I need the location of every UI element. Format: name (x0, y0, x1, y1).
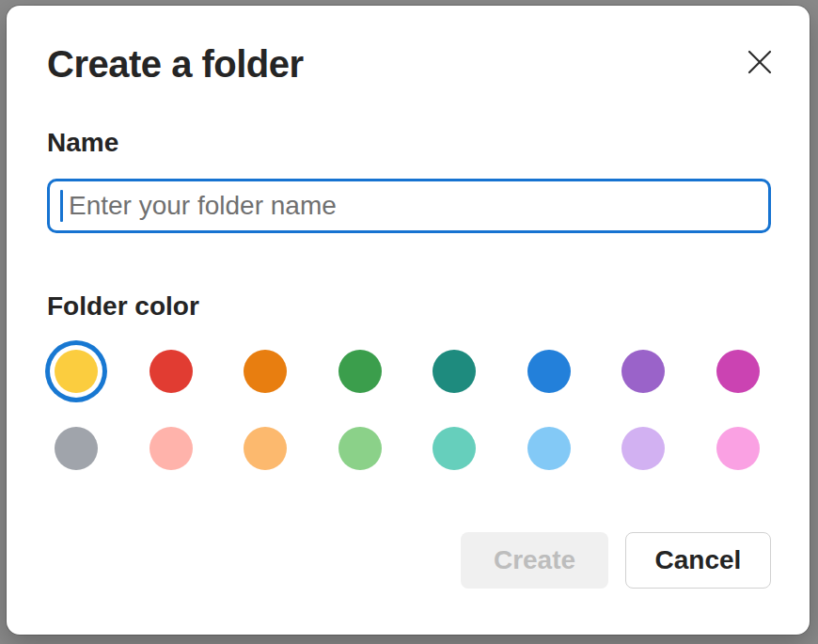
color-swatch-yellow[interactable] (55, 350, 98, 393)
color-swatch-magenta[interactable] (716, 350, 760, 393)
create-folder-dialog: Create a folder Name Folder color Create… (7, 6, 810, 635)
color-swatch-gray[interactable] (55, 427, 98, 470)
name-field-label: Name (47, 128, 771, 158)
color-swatch-green[interactable] (338, 350, 382, 393)
color-swatch-grid (55, 350, 771, 470)
create-button[interactable]: Create (461, 532, 608, 589)
folder-color-label: Folder color (47, 291, 771, 322)
cancel-button[interactable]: Cancel (625, 532, 771, 589)
name-input-wrap (47, 179, 771, 233)
color-swatch-orange[interactable] (244, 350, 287, 393)
color-swatch-purple[interactable] (621, 350, 665, 393)
color-swatch-lavender[interactable] (621, 427, 665, 470)
color-swatch-blue[interactable] (527, 350, 571, 393)
color-swatch-light-pink[interactable] (716, 427, 760, 470)
dialog-title: Create a folder (47, 41, 771, 86)
color-swatch-teal[interactable] (433, 350, 476, 393)
color-swatch-light-green[interactable] (338, 427, 382, 470)
text-caret (60, 190, 63, 222)
folder-name-input[interactable] (47, 179, 771, 233)
color-swatch-mint[interactable] (433, 427, 476, 470)
color-swatch-red[interactable] (149, 350, 193, 393)
color-swatch-light-orange[interactable] (244, 427, 287, 470)
color-swatch-salmon[interactable] (149, 427, 193, 470)
color-swatch-light-blue[interactable] (527, 427, 571, 470)
dialog-footer: Create Cancel (47, 532, 771, 589)
